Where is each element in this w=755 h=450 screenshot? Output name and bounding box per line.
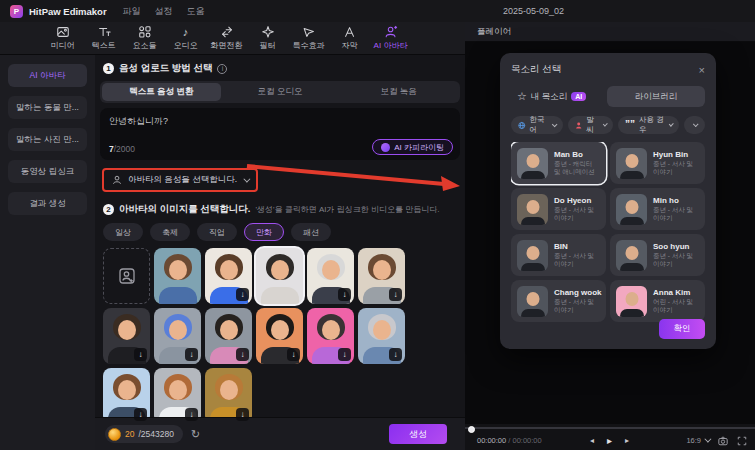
chip-cartoon[interactable]: 만화: [244, 223, 284, 241]
voice-card[interactable]: Anna Kim 어린 - 서사 및 이야기: [610, 280, 705, 322]
next-frame-icon[interactable]: ▸: [625, 436, 629, 445]
tab-elements[interactable]: 요소들: [124, 25, 165, 51]
download-icon[interactable]: [389, 348, 402, 361]
avatar-tile[interactable]: [103, 308, 150, 364]
tab-effects[interactable]: 특수효과: [288, 25, 329, 51]
avatar-tile[interactable]: [307, 308, 354, 364]
avatar-tile[interactable]: [256, 308, 303, 364]
avatar-tile[interactable]: [154, 248, 201, 304]
download-icon[interactable]: [389, 288, 402, 301]
tab-media[interactable]: 미디어: [42, 25, 83, 51]
credit-bar: 20/2543280 ↻ 생성: [95, 417, 465, 450]
player-header: 플레이어: [465, 22, 755, 42]
avatar-voice-select-dropdown[interactable]: 아바타의 음성을 선택합니다.: [108, 172, 252, 188]
voice-card[interactable]: Man Bo 중년 - 캐릭터 및 애니메이션: [511, 142, 606, 184]
avatar-image-section-header: 2 아바타의 이미지를 선택합니다. '생성'을 클릭하면 AI가 립싱크한 비…: [100, 203, 460, 216]
voice-card[interactable]: BIN 중년 - 서사 및 이야기: [511, 234, 606, 276]
sidebar-item-talking-photo[interactable]: 말하는 사진 만...: [8, 128, 87, 151]
avatar-tile[interactable]: [205, 368, 252, 424]
seek-bar[interactable]: [465, 427, 755, 429]
voice-source-tabs: ☆ 내 목소리 AI 라이브러리: [511, 86, 705, 107]
menu-settings[interactable]: 설정: [155, 5, 173, 18]
script-textarea[interactable]: 안녕하십니까? 7/2000 AI 카피라이팅: [100, 108, 460, 160]
chip-job[interactable]: 직업: [197, 223, 237, 241]
tab-ai-avatar[interactable]: AI 아바타: [370, 25, 411, 51]
tab-local-audio[interactable]: 로컬 오디오: [221, 83, 340, 101]
tab-library[interactable]: 라이브러리: [607, 86, 705, 107]
sidebar-item-result[interactable]: 결과 생성: [8, 192, 87, 215]
ai-icon: [381, 143, 390, 152]
download-icon[interactable]: [185, 348, 198, 361]
voice-card[interactable]: Soo hyun 중년 - 서사 및 이야기: [610, 234, 705, 276]
avatar-category-chips: 일상 축제 직업 만화 패션: [100, 223, 460, 241]
voice-card[interactable]: Hyun Bin 중년 - 서사 및 이야기: [610, 142, 705, 184]
download-icon[interactable]: [185, 408, 198, 421]
tab-text[interactable]: 텍스트: [83, 25, 124, 51]
avatar-tile[interactable]: [256, 248, 303, 304]
chip-festival[interactable]: 축제: [150, 223, 190, 241]
tab-subtitle[interactable]: 자막: [329, 25, 370, 51]
menu-help[interactable]: 도움: [187, 5, 205, 18]
sidebar-item-talking-animal[interactable]: 말하는 동물 만...: [8, 96, 87, 119]
fit-screen-icon[interactable]: [737, 436, 747, 446]
prev-frame-icon[interactable]: ◂: [590, 436, 594, 445]
avatar-tile[interactable]: [358, 308, 405, 364]
voice-card[interactable]: Do Hyeon 중년 - 서사 및 이야기: [511, 188, 606, 230]
tab-text-to-speech[interactable]: 텍스트 음성 변환: [102, 83, 221, 101]
globe-icon: [518, 121, 526, 130]
avatar-tile[interactable]: [358, 248, 405, 304]
language-dropdown[interactable]: 한국어: [511, 116, 563, 134]
download-icon[interactable]: [338, 348, 351, 361]
confirm-button[interactable]: 확인: [659, 319, 705, 339]
voice-avatar: [517, 286, 548, 317]
snapshot-icon[interactable]: [718, 436, 728, 446]
tab-audio[interactable]: ♪ 오디오: [165, 25, 206, 51]
avatar-tile[interactable]: [154, 368, 201, 424]
avatar-tile[interactable]: [103, 368, 150, 424]
add-avatar-button[interactable]: [103, 248, 150, 304]
download-icon[interactable]: [287, 348, 300, 361]
tab-transition[interactable]: 화면전환: [206, 25, 247, 51]
avatar-tile[interactable]: [205, 248, 252, 304]
voice-card[interactable]: Chang wook 중년 - 서사 및 이야기: [511, 280, 606, 322]
play-icon[interactable]: ▸: [607, 435, 612, 446]
download-icon[interactable]: [236, 408, 249, 421]
ai-copywriting-button[interactable]: AI 카피라이팅: [372, 139, 453, 155]
timecode: 00:00:00 / 00:00:00: [477, 436, 542, 445]
effects-icon: [302, 25, 316, 39]
chevron-down-icon: [692, 121, 698, 127]
player-panel: 플레이어 목소리 선택 × ☆ 내 목소리 AI 라이브러리 한국어 말씨: [465, 22, 755, 450]
tab-my-voice[interactable]: ☆ 내 목소리 AI: [511, 90, 586, 103]
info-icon[interactable]: i: [217, 64, 227, 74]
chip-daily[interactable]: 일상: [103, 223, 143, 241]
close-icon[interactable]: ×: [699, 65, 705, 75]
download-icon[interactable]: [134, 348, 147, 361]
aspect-ratio-dropdown[interactable]: 16:9: [686, 436, 709, 445]
step-1-badge: 1: [103, 63, 114, 74]
avatar-icon: [384, 25, 398, 39]
generate-button[interactable]: 생성: [389, 424, 447, 444]
download-icon[interactable]: [236, 348, 249, 361]
accent-dropdown[interactable]: 말씨: [568, 116, 613, 134]
tab-vocal-record[interactable]: 보컬 녹음: [339, 83, 458, 101]
avatar-tile[interactable]: [307, 248, 354, 304]
more-filters-dropdown[interactable]: [684, 116, 705, 134]
voice-avatar: [616, 194, 647, 225]
tab-filter[interactable]: 필터: [247, 25, 288, 51]
chip-fashion[interactable]: 패션: [291, 223, 331, 241]
chevron-down-icon: [243, 175, 250, 182]
avatar-tile[interactable]: [205, 308, 252, 364]
char-counter: 7/2000: [109, 144, 135, 154]
download-icon[interactable]: [338, 288, 351, 301]
sidebar-item-video-lipsync[interactable]: 동영상 립싱크: [8, 160, 87, 183]
refresh-icon[interactable]: ↻: [191, 428, 200, 441]
menu-file[interactable]: 파일: [123, 5, 141, 18]
download-icon[interactable]: [134, 408, 147, 421]
download-icon[interactable]: [236, 288, 249, 301]
voice-card[interactable]: Min ho 중년 - 서사 및 이야기: [610, 188, 705, 230]
use-case-dropdown[interactable]: ”” 사용 경우: [618, 116, 679, 134]
add-person-icon: [117, 266, 137, 286]
sidebar: AI 아바타 말하는 동물 만... 말하는 사진 만... 동영상 립싱크 결…: [0, 55, 95, 450]
avatar-tile[interactable]: [154, 308, 201, 364]
sidebar-item-ai-avatar[interactable]: AI 아바타: [8, 64, 87, 87]
